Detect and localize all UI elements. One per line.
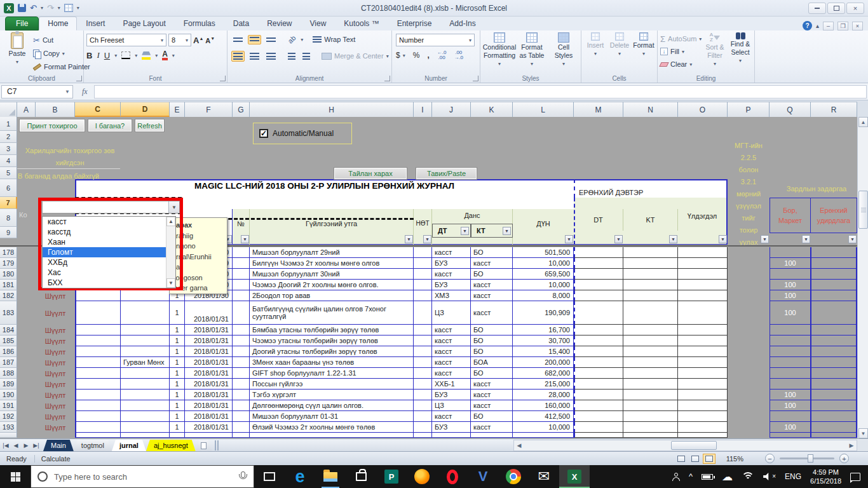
combobox-dropdown-icon[interactable]: ▼ — [168, 201, 179, 213]
workbook-restore-icon[interactable]: ❒ — [837, 22, 848, 30]
font-name-select[interactable]: Ch Freeset▾ — [86, 34, 166, 46]
row-header-7[interactable]: 7 — [0, 197, 17, 209]
align-middle-icon[interactable] — [248, 35, 261, 44]
page-layout-view-icon[interactable] — [689, 454, 702, 464]
volume-muted-icon[interactable]: × — [763, 473, 776, 480]
row-header-189[interactable]: 189 — [0, 379, 17, 390]
row-header-188[interactable]: 188 — [0, 368, 17, 379]
column-header-debit[interactable]: ДТ▼ — [432, 224, 471, 238]
filter-arrow-o-icon[interactable]: ▼ — [719, 235, 727, 243]
row-header-178[interactable]: 178 — [0, 247, 17, 258]
cut-button[interactable]: ✂Cut — [33, 34, 90, 46]
sheet-tab-togtmol[interactable]: togtmol — [74, 440, 112, 451]
filter-arrow-r-icon[interactable]: ▼ — [848, 235, 857, 243]
row-header-191[interactable]: 191 — [0, 400, 17, 411]
scroll-up-icon[interactable]: ▲ — [166, 217, 175, 226]
store-icon[interactable] — [346, 465, 376, 488]
format-cells-button[interactable]: Format▾ — [632, 32, 655, 57]
i-column-button[interactable]: I багана? — [88, 119, 132, 132]
row-header-6[interactable]: 6 — [0, 179, 17, 197]
cell-styles-button[interactable]: CellStyles▾ — [549, 32, 578, 67]
filter-arrow-i-icon[interactable]: ▼ — [423, 235, 431, 243]
automatic-manual-checkbox[interactable]: ✓ — [259, 129, 268, 138]
increase-indent-icon[interactable] — [301, 51, 312, 62]
zoom-in-icon[interactable]: + — [839, 454, 849, 463]
column-header-o[interactable]: O — [678, 102, 728, 117]
comma-style-icon[interactable]: , — [427, 51, 429, 60]
autosum-button[interactable]: ΣAutoSum▾ — [660, 33, 702, 44]
excel-icon[interactable]: X — [559, 465, 590, 488]
scroll-right-arrow-icon[interactable]: ▶ — [846, 440, 857, 451]
zoom-level[interactable]: 115% — [726, 455, 743, 463]
horizontal-scroll-thumb[interactable] — [671, 441, 717, 450]
align-center-icon[interactable] — [248, 51, 261, 62]
alignment-dialog-launcher-icon[interactable] — [384, 76, 390, 81]
column-header-m[interactable]: M — [574, 102, 623, 117]
italic-button[interactable]: I — [97, 50, 99, 60]
clipboard-dialog-launcher-icon[interactable] — [76, 76, 82, 81]
action-center-icon[interactable] — [850, 473, 860, 481]
align-right-icon[interactable] — [264, 51, 278, 62]
row-header-183[interactable]: 183 — [0, 301, 17, 325]
row-header-1[interactable]: 1 — [0, 117, 17, 131]
v-app-icon[interactable]: V — [468, 465, 498, 488]
increase-decimal-icon[interactable]: ←.0.00 — [437, 50, 447, 60]
help-icon[interactable]: ? — [803, 21, 812, 30]
row-header-3[interactable]: 3 — [0, 143, 17, 155]
tab-file[interactable]: File — [5, 17, 39, 30]
column-header-d[interactable]: D — [121, 102, 170, 117]
merge-center-button[interactable]: Merge & Center▾ — [322, 50, 389, 62]
paste-data-button[interactable]: Тавих/Paste — [416, 167, 477, 180]
microphone-icon[interactable] — [238, 471, 247, 482]
fill-color-icon[interactable] — [142, 51, 151, 60]
row-header-181[interactable]: 181 — [0, 280, 17, 290]
tab-kutools[interactable]: Kutools ™ — [335, 17, 388, 30]
view-report-button[interactable]: Тайлан харах — [334, 167, 407, 180]
column-header-j[interactable]: J — [432, 102, 471, 117]
row-header-193[interactable]: 193 — [0, 422, 17, 433]
chevron-up-icon[interactable]: ^ — [689, 473, 693, 480]
column-header-b[interactable]: B — [36, 102, 75, 117]
tab-data[interactable]: Data — [224, 17, 258, 30]
mail-icon[interactable]: ✉ — [529, 465, 559, 488]
grow-font-icon[interactable]: A▲ — [193, 36, 203, 45]
column-header-credit[interactable]: КТ▼ — [471, 224, 513, 238]
row-header-2[interactable]: 2 — [0, 131, 17, 143]
number-dialog-launcher-icon[interactable] — [473, 76, 478, 81]
tab-page-layout[interactable]: Page Layout — [114, 17, 174, 30]
column-header-c[interactable]: C — [75, 102, 121, 117]
format-painter-button[interactable]: Format Painter — [33, 61, 90, 72]
fill-button[interactable]: ↓Fill▾ — [660, 46, 702, 57]
publisher-icon[interactable]: P — [376, 465, 407, 488]
tab-view[interactable]: View — [301, 17, 336, 30]
first-sheet-icon[interactable]: |◀ — [1, 441, 10, 450]
name-box[interactable]: C7▼ — [1, 85, 73, 98]
task-view-icon[interactable] — [254, 465, 285, 488]
column-header-g[interactable]: G — [233, 102, 250, 117]
align-top-icon[interactable] — [231, 36, 245, 44]
next-sheet-icon[interactable]: ▶ — [22, 441, 31, 450]
redo-icon[interactable]: ↷ — [47, 4, 54, 12]
filter-arrow-g-icon[interactable]: ▼ — [241, 235, 249, 243]
undo-icon[interactable]: ↶ — [30, 4, 37, 12]
tab-enterprise[interactable]: Enterprise — [388, 17, 441, 30]
dropdown-item-[interactable]: касст — [43, 217, 166, 227]
dropdown-item-[interactable]: Хаан — [43, 237, 166, 247]
battery-icon[interactable] — [702, 474, 713, 480]
workbook-close-icon[interactable]: × — [852, 22, 863, 30]
delete-cells-button[interactable]: Delete▾ — [608, 32, 631, 57]
accounting-format-icon[interactable]: $ — [396, 51, 400, 60]
opera-icon[interactable] — [437, 465, 468, 488]
table-view-icon[interactable] — [64, 4, 73, 12]
file-explorer-icon[interactable] — [315, 465, 346, 488]
sheet-tab-aj-husnegt[interactable]: aj_husnegt — [146, 440, 196, 451]
column-header-n[interactable]: N — [623, 102, 678, 117]
vertical-scroll-thumb[interactable] — [858, 191, 868, 229]
row-header-8[interactable]: 8 — [0, 209, 17, 227]
row-header-185[interactable]: 185 — [0, 336, 17, 346]
dropdown-item-[interactable]: Хас — [43, 268, 166, 278]
scroll-left-arrow-icon[interactable]: ◀ — [514, 440, 524, 451]
paste-button[interactable]: Paste ▾ — [4, 32, 31, 65]
align-left-icon[interactable] — [231, 51, 245, 62]
column-header-l[interactable]: L — [513, 102, 574, 117]
